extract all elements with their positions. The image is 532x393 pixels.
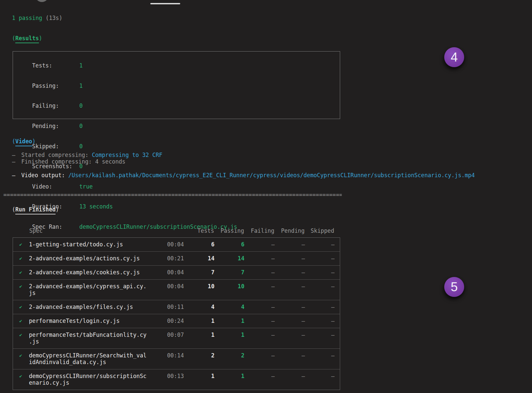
pending-count: –: [275, 352, 305, 359]
spec-name: performanceTest/login.cy.js: [29, 318, 149, 324]
spec-row: ✔ performanceTest/login.cy.js 00:24 1 1 …: [13, 314, 340, 328]
failing-count: –: [244, 283, 275, 290]
compression-value: Compressing to 32 CRF: [92, 152, 162, 158]
spec-name: demoCypressCLIRunner/Searchwith_val idAn…: [29, 352, 149, 365]
failing-count: –: [244, 331, 275, 338]
spec-name: 2-advanced-examples/files.cy.js: [29, 304, 149, 310]
check-icon: ✔: [13, 304, 29, 310]
passing-count: 2: [214, 352, 244, 359]
check-icon: ✔: [13, 241, 29, 248]
dash-bullet: –: [12, 172, 21, 179]
spec-row: ✔ 2-advanced-examples/files.cy.js 00:11 …: [13, 300, 340, 314]
equals-separator: ========================================…: [3, 192, 342, 199]
result-label: Video:: [32, 183, 79, 190]
skipped-count: –: [305, 304, 334, 310]
pending-count: –: [275, 318, 305, 324]
tests-count: 2: [184, 352, 214, 359]
dash-bullet: –: [12, 152, 21, 158]
header-skipped: Skipped: [305, 227, 334, 234]
results-rows: Tests:1 Passing:1 Failing:0 Pending:0 Sk…: [19, 56, 334, 237]
result-row: Duration:13 seconds: [19, 196, 334, 217]
skipped-count: –: [305, 352, 334, 359]
spec-name: demoCypressCLIRunner/subscriptionSc enar…: [29, 373, 149, 386]
failing-count: –: [244, 269, 275, 276]
results-heading-label: Results: [15, 35, 39, 43]
result-label: Passing:: [32, 82, 79, 89]
header-spec: Spec: [29, 227, 148, 234]
result-row: Passing:1: [19, 76, 334, 96]
spec-row: ✔ 2-advanced-examples/actions.cy.js 00:2…: [13, 251, 340, 265]
passing-count: 10: [214, 283, 244, 290]
skipped-count: –: [305, 269, 334, 276]
check-icon: ✔: [13, 373, 29, 379]
failing-count: –: [244, 255, 275, 262]
check-icon: ✔: [13, 352, 29, 359]
pending-count: –: [275, 331, 305, 338]
spec-name: performanceTest/tabFuncationlity.cy .js: [29, 331, 149, 345]
skipped-count: –: [305, 318, 334, 324]
output-label: Video output:: [21, 172, 68, 179]
top-circle-artifact: [35, 0, 49, 2]
run-finished-label: Run Finished: [15, 206, 56, 214]
result-value: 13 seconds: [79, 203, 113, 210]
video-finished-line: –Finished compressing: 4 seconds: [12, 158, 125, 165]
spec-row: ✔ demoCypressCLIRunner/subscriptionSc en…: [13, 369, 340, 390]
spec-name: 1-getting-started/todo.cy.js: [29, 241, 149, 248]
passing-count: 4: [214, 304, 244, 310]
tests-count: 10: [184, 283, 214, 290]
passing-count: 1: [214, 318, 244, 324]
result-label: Pending:: [32, 123, 79, 129]
failing-count: –: [244, 304, 275, 310]
failing-count: –: [244, 373, 275, 379]
tests-count: 1: [184, 373, 214, 379]
spec-row: ✔ 1-getting-started/todo.cy.js 00:04 6 6…: [13, 238, 340, 251]
passing-count-text: 1 passing: [12, 15, 42, 21]
tests-count: 14: [184, 255, 214, 262]
result-value: 1: [79, 62, 82, 69]
results-summary-box: Tests:1 Passing:1 Failing:0 Pending:0 Sk…: [13, 51, 340, 119]
tests-count: 4: [184, 304, 214, 310]
skipped-count: –: [305, 255, 334, 262]
finished-text: Finished compressing: 4 seconds: [21, 158, 125, 165]
pending-count: –: [275, 269, 305, 276]
result-value: 0: [79, 123, 82, 129]
run-finished-heading: (Run Finished): [12, 206, 59, 213]
skipped-count: –: [305, 373, 334, 379]
video-output-path: /Users/kailash.pathak/Documents/cypress_…: [68, 172, 474, 179]
check-icon: ✔: [13, 269, 29, 276]
spec-table-header: Spec Tests Passing Failing Pending Skipp…: [13, 227, 340, 234]
skipped-count: –: [305, 331, 334, 338]
skipped-count: –: [305, 283, 334, 290]
check-icon: ✔: [13, 255, 29, 262]
paren-close: ): [32, 138, 36, 145]
failing-count: –: [244, 352, 275, 359]
dash-bullet: –: [12, 158, 21, 165]
result-value: true: [79, 183, 92, 190]
paren-open: (: [12, 35, 15, 42]
header-tests: Tests: [184, 227, 214, 234]
result-label: Failing:: [32, 102, 79, 109]
paren-close: ): [56, 206, 59, 213]
started-label: Started compressing:: [21, 152, 92, 158]
pending-count: –: [275, 283, 305, 290]
mocha-summary-line: 1 passing (13s): [12, 15, 63, 21]
tests-count: 1: [184, 318, 214, 324]
failing-count: –: [244, 318, 275, 324]
header-pending: Pending: [274, 227, 305, 234]
spec-duration: 00:24: [149, 318, 184, 324]
result-row: Failing:0: [19, 96, 334, 116]
result-value: 0: [79, 102, 82, 109]
result-row: Tests:1: [19, 56, 334, 76]
summary-spacer: [42, 15, 46, 21]
tests-count: 6: [184, 241, 214, 248]
spec-rows: ✔ 1-getting-started/todo.cy.js 00:04 6 6…: [13, 238, 340, 390]
spec-name: 2-advanced-examples/actions.cy.js: [29, 255, 149, 262]
video-section-heading: (Video): [12, 138, 36, 145]
spec-row: ✔ 2-advanced-examples/cypress_api.cy. js…: [13, 279, 340, 300]
spec-duration: 00:04: [149, 241, 184, 248]
spec-duration: 00:04: [149, 269, 184, 276]
tests-count: 7: [184, 269, 214, 276]
result-value: 1: [79, 82, 82, 89]
spec-row: ✔ demoCypressCLIRunner/Searchwith_val id…: [13, 348, 340, 369]
results-section-heading: (Results): [12, 35, 42, 42]
